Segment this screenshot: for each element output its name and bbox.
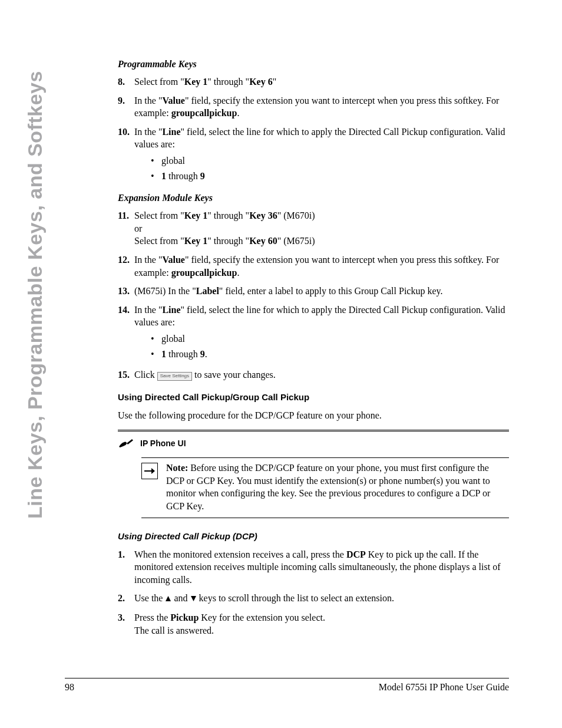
step-text: Select from "Key 1" through "Key 6": [134, 75, 509, 88]
triangle-down-icon: [190, 592, 197, 605]
step-text: Use the and keys to scroll through the l…: [134, 592, 509, 605]
step-number: 9.: [118, 94, 134, 120]
page: Line Keys, Programmable Keys, and Softke…: [0, 0, 562, 728]
steps-expansion-module-keys: 11. Select from "Key 1" through "Key 36"…: [118, 209, 509, 381]
save-settings-button[interactable]: Save Settings: [157, 372, 192, 381]
divider: [141, 518, 509, 518]
step-number: 2.: [118, 592, 134, 605]
step-13: 13. (M675i) In the "Label" field, enter …: [118, 285, 509, 298]
arrow-right-icon: [141, 463, 158, 479]
divider: [118, 430, 509, 431]
step-text: Select from "Key 1" through "Key 36" (M6…: [134, 209, 509, 248]
step-text: In the "Line" field, select the line for…: [134, 126, 509, 185]
paragraph: Use the following procedure for the DCP/…: [118, 409, 509, 422]
triangle-up-icon: [165, 592, 171, 605]
heading-using-dcp: Using Directed Call Pickup (DCP): [118, 531, 509, 541]
heading-expansion-module-keys: Expansion Module Keys: [118, 193, 509, 203]
step-number: 12.: [118, 253, 134, 279]
step-2: 2. Use the and keys to scroll through th…: [118, 592, 509, 605]
step-number: 10.: [118, 126, 134, 185]
step-text: When the monitored extension receives a …: [134, 548, 509, 587]
list-item: 1 through 9: [151, 170, 509, 183]
side-section-title: Line Keys, Programmable Keys, and Softke…: [24, 71, 47, 519]
step-15: 15. Click Save Settings to save your cha…: [118, 368, 509, 381]
step-text: (M675i) In the "Label" field, enter a la…: [134, 285, 509, 298]
list-item: 1 through 9.: [151, 348, 509, 361]
step-text: In the "Line" field, select the line for…: [134, 304, 509, 363]
footer-title: Model 6755i IP Phone User Guide: [379, 682, 509, 693]
step-number: 14.: [118, 304, 134, 363]
step-number: 1.: [118, 548, 134, 587]
step-12: 12. In the "Value" field, specify the ex…: [118, 253, 509, 279]
content-area: Programmable Keys 8. Select from "Key 1"…: [118, 59, 509, 637]
heading-using-dcp-gcp: Using Directed Call Pickup/Group Call Pi…: [118, 392, 509, 402]
steps-programmable-keys: 8. Select from "Key 1" through "Key 6" 9…: [118, 75, 509, 185]
list-item: global: [151, 332, 509, 345]
step-number: 15.: [118, 368, 134, 381]
step-11: 11. Select from "Key 1" through "Key 36"…: [118, 209, 509, 248]
step-number: 13.: [118, 285, 134, 298]
step-text: In the "Value" field, specify the extens…: [134, 253, 509, 279]
ip-phone-ui-label: IP Phone UI: [140, 439, 186, 448]
note-block: Note: Before using the DCP/GCP feature o…: [141, 457, 509, 518]
steps-dcp: 1. When the monitored extension receives…: [118, 548, 509, 637]
step-number: 11.: [118, 209, 134, 248]
step-8: 8. Select from "Key 1" through "Key 6": [118, 75, 509, 88]
step-text: In the "Value" field, specify the extens…: [134, 94, 509, 120]
step-text: Press the Pickup Key for the extension y…: [134, 611, 509, 637]
step-9: 9. In the "Value" field, specify the ext…: [118, 94, 509, 120]
valid-values-list: global 1 through 9: [134, 154, 509, 182]
step-3: 3. Press the Pickup Key for the extensio…: [118, 611, 509, 637]
page-footer: 98 Model 6755i IP Phone User Guide: [65, 678, 509, 693]
list-item: global: [151, 154, 509, 167]
step-number: 8.: [118, 75, 134, 88]
heading-programmable-keys: Programmable Keys: [118, 59, 509, 70]
step-10: 10. In the "Line" field, select the line…: [118, 126, 509, 185]
step-1: 1. When the monitored extension receives…: [118, 548, 509, 587]
ip-phone-ui-header: IP Phone UI: [118, 435, 509, 453]
hand-writing-icon: [118, 437, 134, 449]
step-14: 14. In the "Line" field, select the line…: [118, 304, 509, 363]
valid-values-list: global 1 through 9.: [134, 332, 509, 360]
step-text: Click Save Settings to save your changes…: [134, 368, 509, 381]
step-number: 3.: [118, 611, 134, 637]
page-number: 98: [65, 682, 74, 693]
note-text: Note: Before using the DCP/GCP feature o…: [166, 462, 509, 512]
